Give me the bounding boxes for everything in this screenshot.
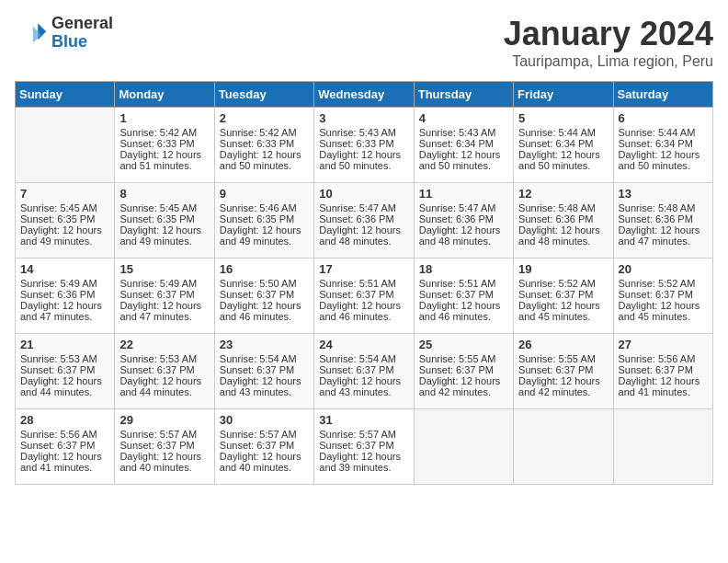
day-info-line: Sunrise: 5:42 AM [220,127,309,138]
day-info-line: Daylight: 12 hours [319,149,408,160]
logo-blue: Blue [51,33,113,52]
day-info-line: and 51 minutes. [119,160,209,171]
day-info-line: Sunset: 6:34 PM [518,138,608,149]
day-info-line: Sunrise: 5:47 AM [419,202,508,213]
day-number: 18 [419,262,508,276]
day-cell: 7Sunrise: 5:45 AMSunset: 6:35 PMDaylight… [16,183,115,259]
day-number: 6 [619,111,708,125]
day-info-line: and 43 minutes. [319,386,408,397]
day-number: 22 [119,338,209,351]
day-cell: 23Sunrise: 5:54 AMSunset: 6:37 PMDayligh… [214,334,313,409]
day-info-line: Sunset: 6:37 PM [619,289,708,300]
day-info-line: and 42 minutes. [419,386,508,397]
day-number: 3 [319,111,408,125]
day-number: 28 [20,413,109,427]
week-row-5: 28Sunrise: 5:56 AMSunset: 6:37 PMDayligh… [16,409,713,485]
location: Tauripampa, Lima region, Peru [504,53,713,70]
day-info-line: Sunrise: 5:54 AM [220,353,309,364]
day-info-line: and 41 minutes. [619,386,708,397]
header-cell-friday: Friday [514,82,613,108]
day-info-line: Sunset: 6:35 PM [119,213,209,224]
day-cell: 22Sunrise: 5:53 AMSunset: 6:37 PMDayligh… [115,334,214,409]
day-info-line: and 39 minutes. [319,462,408,473]
day-info-line: and 50 minutes. [419,160,508,171]
day-cell: 14Sunrise: 5:49 AMSunset: 6:36 PMDayligh… [16,259,115,334]
day-info-line: Daylight: 12 hours [119,224,209,236]
day-cell: 5Sunrise: 5:44 AMSunset: 6:34 PMDaylight… [514,108,613,183]
day-number: 1 [119,111,209,125]
day-info-line: Daylight: 12 hours [220,224,309,236]
day-info-line: Sunrise: 5:44 AM [518,127,608,138]
week-row-4: 21Sunrise: 5:53 AMSunset: 6:37 PMDayligh… [16,334,713,409]
day-info-line: Sunrise: 5:47 AM [319,202,408,213]
day-info-line: Daylight: 12 hours [220,149,309,160]
day-cell: 28Sunrise: 5:56 AMSunset: 6:37 PMDayligh… [16,409,115,485]
day-info-line: and 50 minutes. [220,160,309,171]
day-cell: 27Sunrise: 5:56 AMSunset: 6:37 PMDayligh… [613,334,712,409]
svg-marker-0 [38,23,46,40]
day-info-line: and 46 minutes. [319,311,408,322]
day-number: 4 [419,111,508,125]
day-info-line: Sunrise: 5:54 AM [319,353,408,364]
day-info-line: Daylight: 12 hours [419,375,508,386]
day-cell: 3Sunrise: 5:43 AMSunset: 6:33 PMDaylight… [314,108,414,183]
day-number: 11 [419,187,508,201]
day-cell: 16Sunrise: 5:50 AMSunset: 6:37 PMDayligh… [214,259,313,334]
day-info-line: Sunrise: 5:42 AM [119,127,209,138]
day-number: 19 [518,262,608,276]
header-cell-sunday: Sunday [16,82,115,108]
day-number: 31 [319,413,408,427]
calendar-header-row: SundayMondayTuesdayWednesdayThursdayFrid… [16,82,713,108]
header-cell-monday: Monday [115,82,214,108]
day-info-line: Daylight: 12 hours [319,300,408,311]
day-info-line: and 50 minutes. [319,160,408,171]
day-info-line: Daylight: 12 hours [220,375,309,386]
day-info-line: Daylight: 12 hours [619,375,708,386]
day-number: 24 [319,338,408,351]
day-cell: 15Sunrise: 5:49 AMSunset: 6:37 PMDayligh… [115,259,214,334]
day-info-line: Sunset: 6:34 PM [619,138,708,149]
header: General Blue January 2024 Tauripampa, Li… [15,15,713,70]
day-cell: 30Sunrise: 5:57 AMSunset: 6:37 PMDayligh… [214,409,313,485]
day-info-line: Sunrise: 5:52 AM [518,278,608,289]
day-info-line: Sunset: 6:35 PM [20,213,109,224]
day-info-line: Sunset: 6:37 PM [518,364,608,375]
day-number: 29 [119,413,209,427]
day-info-line: Daylight: 12 hours [319,375,408,386]
day-info-line: Daylight: 12 hours [518,300,608,311]
day-info-line: Sunset: 6:33 PM [319,138,408,149]
day-info-line: and 47 minutes. [20,311,109,322]
day-info-line: Daylight: 12 hours [619,149,708,160]
day-info-line: and 46 minutes. [220,311,309,322]
day-cell: 18Sunrise: 5:51 AMSunset: 6:37 PMDayligh… [414,259,513,334]
day-info-line: and 45 minutes. [619,311,708,322]
day-number: 7 [20,187,109,201]
day-info-line: Daylight: 12 hours [518,375,608,386]
day-info-line: Daylight: 12 hours [319,224,408,236]
day-info-line: and 49 minutes. [220,236,309,247]
day-info-line: Sunrise: 5:51 AM [319,278,408,289]
month-title: January 2024 [504,15,713,53]
calendar-body: 1Sunrise: 5:42 AMSunset: 6:33 PMDaylight… [16,108,713,485]
day-number: 13 [619,187,708,201]
day-info-line: Sunset: 6:37 PM [419,289,508,300]
day-info-line: Sunset: 6:37 PM [220,440,309,451]
week-row-2: 7Sunrise: 5:45 AMSunset: 6:35 PMDaylight… [16,183,713,259]
day-number: 23 [220,338,309,351]
day-info-line: Sunset: 6:37 PM [319,440,408,451]
day-info-line: Sunrise: 5:43 AM [319,127,408,138]
day-info-line: and 44 minutes. [20,386,109,397]
day-info-line: Sunrise: 5:52 AM [619,278,708,289]
day-info-line: Daylight: 12 hours [619,224,708,236]
day-info-line: Sunset: 6:36 PM [419,213,508,224]
day-info-line: Sunrise: 5:55 AM [419,353,508,364]
day-cell: 19Sunrise: 5:52 AMSunset: 6:37 PMDayligh… [514,259,613,334]
day-info-line: Sunset: 6:37 PM [220,289,309,300]
day-cell: 12Sunrise: 5:48 AMSunset: 6:36 PMDayligh… [514,183,613,259]
day-cell: 17Sunrise: 5:51 AMSunset: 6:37 PMDayligh… [314,259,414,334]
day-info-line: Sunset: 6:36 PM [518,213,608,224]
day-cell: 13Sunrise: 5:48 AMSunset: 6:36 PMDayligh… [613,183,712,259]
day-info-line: Sunset: 6:36 PM [20,289,109,300]
header-cell-tuesday: Tuesday [214,82,313,108]
day-info-line: Daylight: 12 hours [119,375,209,386]
